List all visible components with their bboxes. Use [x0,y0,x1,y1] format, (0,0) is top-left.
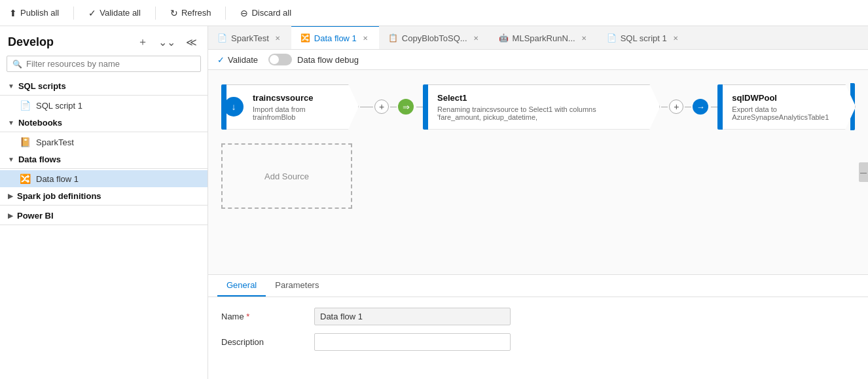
debug-toggle-switch[interactable] [268,54,292,65]
sidebar-section-notebooks: ▼ Notebooks 📔 SparkTest [0,114,208,151]
tab-close-data-flow-1[interactable]: ✕ [361,34,370,43]
collapse-panel-handle[interactable]: — [859,162,868,182]
source-node-title: traincsvsource [253,93,340,103]
sidebar-item-sparktest[interactable]: 📔 SparkTest [0,134,208,151]
chevron-down-icon: ▼ [8,82,14,90]
publish-all-button[interactable]: ⬆ Publish all [5,5,63,21]
copy-tab-icon: 📋 [388,33,398,43]
sink-connector-icon: → [693,99,708,115]
search-icon: 🔍 [12,60,22,69]
sidebar-section-header-spark-jobs[interactable]: ▶ Spark job definitions [0,187,208,205]
top-toolbar: ⬆ Publish all ✓ Validate all ↻ Refresh ⊖… [0,0,868,26]
transform-connector-icon: ⇒ [398,99,414,115]
sink-node-desc: Export data to AzureSynapseAnalyticsTabl… [732,105,846,121]
divider [0,225,208,225]
discard-icon: ⊖ [240,8,248,18]
notebook-icon: 📔 [20,137,31,147]
divider [0,132,208,132]
flow-node-sqldwpool[interactable]: sqlDWPool Export data to AzureSynapseAna… [717,84,856,130]
flow-node-traincsvsource[interactable]: ↓ traincsvsource Import data from trainf… [221,84,359,130]
form-description-label: Description [221,333,306,347]
separator [225,7,226,20]
tab-close-sparktest[interactable]: ✕ [273,34,282,43]
form-name-label: Name * [221,308,306,321]
sidebar-section-sql-scripts: ▼ SQL scripts 📄 SQL script 1 [0,77,208,114]
sparktest-tab-icon: 📄 [217,33,227,43]
main-layout: Develop ＋ ⌄⌄ ≪ 🔍 ▼ SQL scripts 📄 SQL scr… [0,26,868,379]
form-description-input[interactable] [314,333,511,351]
bottom-panel-content: Name * Description [208,297,868,369]
content-toolbar: ✓ Validate Data flow debug [208,50,868,70]
debug-toggle[interactable]: Data flow debug [268,54,359,65]
transform-node-title: Select1 [437,93,641,103]
form-row-name: Name * [221,308,855,325]
sidebar-header-icons: ＋ ⌄⌄ ≪ [135,34,200,50]
refresh-button[interactable]: ↻ Refresh [166,5,215,21]
checkmark-icon: ✓ [217,55,225,65]
checkmark-icon: ✓ [88,8,96,18]
sidebar-search[interactable]: 🔍 [7,56,201,72]
add-source-box[interactable]: Add Source [221,143,352,209]
bottom-panel: General Parameters Name * [208,274,868,379]
divider [0,95,208,96]
bottom-tab-general[interactable]: General [217,275,266,297]
source-node-desc: Import data from trainfromBlob [253,105,340,121]
sidebar-section-header-data-flows[interactable]: ▼ Data flows [0,151,208,168]
validate-all-button[interactable]: ✓ Validate all [84,5,145,21]
data-flow-canvas: ↓ traincsvsource Import data from trainf… [208,70,868,274]
sidebar-section-header-notebooks[interactable]: ▼ Notebooks [0,114,208,132]
sidebar: Develop ＋ ⌄⌄ ≪ 🔍 ▼ SQL scripts 📄 SQL scr… [0,26,208,379]
tab-close-sql-script-1[interactable]: ✕ [671,34,680,43]
filter-button[interactable]: ≪ [183,34,200,50]
collapse-all-button[interactable]: ⌄⌄ [156,34,178,50]
search-input[interactable] [26,59,195,69]
divider [0,205,208,206]
sidebar-header: Develop ＋ ⌄⌄ ≪ [0,26,208,56]
content-area: 📄 SparkTest ✕ 🔀 Data flow 1 ✕ 📋 CopyBlob… [208,26,868,379]
sidebar-section-power-bi: ▶ Power BI [0,207,208,226]
tab-sparktest[interactable]: 📄 SparkTest ✕ [208,26,291,49]
dataflow-tab-icon: 🔀 [300,33,310,43]
tab-sql-script-1[interactable]: 📄 SQL script 1 ✕ [598,26,689,49]
chevron-down-icon: ▼ [8,119,14,126]
ml-tab-icon: 🤖 [499,33,509,43]
refresh-icon: ↻ [170,8,178,18]
source-node-icon: ↓ [224,97,244,117]
separator [73,7,74,20]
dataflow-icon: 🔀 [20,173,31,184]
add-after-source-button[interactable]: + [374,99,389,114]
sidebar-section-spark-jobs: ▶ Spark job definitions [0,187,208,207]
chevron-right-icon: ▶ [8,212,13,219]
sql-tab-icon: 📄 [607,33,617,43]
sidebar-item-sql-script-1[interactable]: 📄 SQL script 1 [0,97,208,114]
sink-node-title: sqlDWPool [732,93,846,103]
validate-button[interactable]: ✓ Validate [217,55,258,65]
flow-node-select1[interactable]: Select1 Renaming traincsvsource to Selec… [423,84,660,130]
tab-close-mlsparkrunn[interactable]: ✕ [579,34,588,43]
sidebar-section-data-flows: ▼ Data flows 🔀 Data flow 1 [0,151,208,187]
tab-data-flow-1[interactable]: 🔀 Data flow 1 ✕ [291,26,379,49]
publish-icon: ⬆ [9,8,17,18]
tab-bar: 📄 SparkTest ✕ 🔀 Data flow 1 ✕ 📋 CopyBlob… [208,26,868,50]
tab-copyblobtosql[interactable]: 📋 CopyBlobToSQ... ✕ [379,26,490,49]
discard-all-button[interactable]: ⊖ Discard all [236,5,295,21]
tab-close-copyblobtosql[interactable]: ✕ [471,34,480,43]
divider [0,168,208,169]
add-after-transform-button[interactable]: + [669,99,683,114]
form-name-input[interactable] [314,308,511,325]
bottom-tab-parameters[interactable]: Parameters [266,275,328,297]
transform-node-desc: Renaming traincsvsource to Select1 with … [437,105,641,121]
chevron-right-icon: ▶ [8,192,13,200]
sidebar-section-header-sql-scripts[interactable]: ▼ SQL scripts [0,77,208,95]
add-resource-button[interactable]: ＋ [135,34,151,50]
sql-script-icon: 📄 [20,100,31,111]
separator [155,7,156,20]
form-row-description: Description [221,333,855,351]
tab-mlsparkrunn[interactable]: 🤖 MLSparkRunN... ✕ [490,26,598,49]
chevron-down-icon: ▼ [8,156,14,163]
sidebar-item-data-flow-1[interactable]: 🔀 Data flow 1 [0,170,208,187]
flow-nodes-container: ↓ traincsvsource Import data from trainf… [221,83,855,130]
sidebar-section-header-power-bi[interactable]: ▶ Power BI [0,207,208,225]
required-marker: * [246,312,249,321]
bottom-tabs: General Parameters [208,275,868,297]
